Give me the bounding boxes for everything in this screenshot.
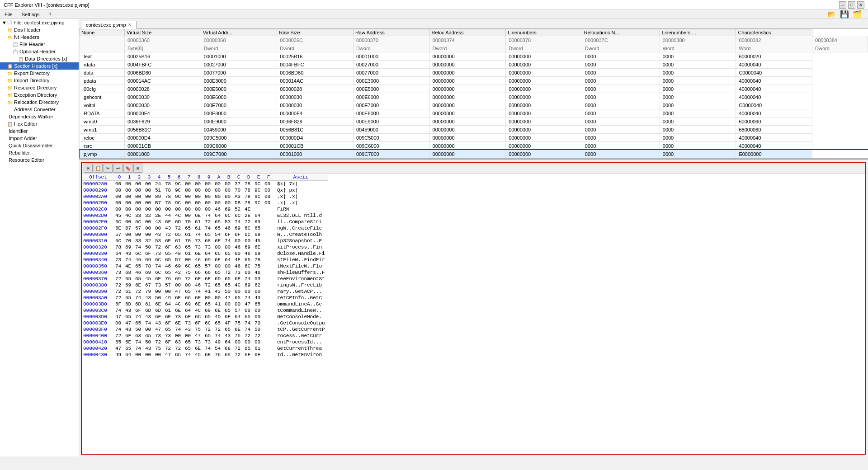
- hex-byte-cell[interactable]: 78: [244, 193, 254, 200]
- hex-byte-cell[interactable]: 45: [114, 212, 124, 219]
- hex-byte-cell[interactable]: 00: [184, 257, 194, 263]
- hex-row[interactable]: 000003E000476574436F6E736F6C654F757470 .…: [82, 320, 328, 326]
- hex-byte-cell[interactable]: 53: [254, 276, 264, 282]
- hex-byte-cell[interactable]: 00: [194, 193, 204, 200]
- hex-row[interactable]: 000003C074436F6D6D616E644C696E65570000 t…: [82, 307, 328, 314]
- hex-byte-cell[interactable]: 65: [124, 345, 134, 352]
- hex-byte-cell[interactable]: 63: [174, 339, 184, 345]
- hex-byte-cell[interactable]: [264, 276, 274, 282]
- hex-byte-cell[interactable]: 46: [134, 269, 144, 276]
- hex-byte-cell[interactable]: 43: [144, 345, 154, 352]
- hex-byte-cell[interactable]: 61: [194, 219, 204, 225]
- hex-byte-cell[interactable]: 72: [174, 345, 184, 352]
- hex-byte-cell[interactable]: 57: [204, 263, 214, 269]
- hex-byte-cell[interactable]: 57: [234, 307, 244, 314]
- hex-byte-cell[interactable]: 65: [124, 295, 134, 301]
- hex-byte-cell[interactable]: B7: [154, 200, 164, 206]
- hex-byte-cell[interactable]: 2E: [154, 212, 164, 219]
- hex-byte-cell[interactable]: 43: [214, 288, 224, 295]
- hex-byte-cell[interactable]: 45: [144, 276, 154, 282]
- hex-byte-cell[interactable]: 46: [254, 269, 264, 276]
- hex-byte-cell[interactable]: 4D: [214, 314, 224, 320]
- hex-byte-cell[interactable]: 00: [194, 187, 204, 193]
- hex-byte-cell[interactable]: 66: [204, 269, 214, 276]
- hex-byte-cell[interactable]: 6C: [114, 219, 124, 225]
- table-row[interactable]: .rsrc000001CB009C6000000001CB009C6000000…: [80, 142, 868, 150]
- hex-byte-cell[interactable]: 48: [174, 250, 184, 257]
- hex-byte-cell[interactable]: 6E: [154, 301, 164, 307]
- sidebar-item-13[interactable]: Dependency Walker: [0, 113, 79, 120]
- hex-byte-cell[interactable]: 57: [134, 225, 144, 231]
- hex-byte-cell[interactable]: 51: [154, 187, 164, 193]
- sidebar-item-18[interactable]: Rebuilder: [0, 149, 79, 156]
- hex-row[interactable]: 000003F07443500047657443757272656E7450 t…: [82, 326, 328, 333]
- hex-byte-cell[interactable]: 00: [214, 200, 224, 206]
- hex-byte-cell[interactable]: 00: [134, 187, 144, 193]
- hex-byte-cell[interactable]: 53: [224, 219, 234, 225]
- hex-byte-cell[interactable]: 62: [254, 282, 264, 288]
- hex-row[interactable]: 000002F06E6757000043726561746546696C65 n…: [82, 225, 328, 231]
- hex-byte-cell[interactable]: 72: [224, 269, 234, 276]
- hex-row[interactable]: 0000038072696E6773570000467265654C6962 r…: [82, 282, 328, 288]
- hex-byte-cell[interactable]: 74: [214, 333, 224, 339]
- sidebar-item-10[interactable]: 📁Exception Directory: [0, 91, 79, 99]
- hex-byte-cell[interactable]: 6C: [154, 269, 164, 276]
- hex-row[interactable]: 000002D0454C33322E444C006E74646C6C2E64 E…: [82, 212, 328, 219]
- hex-byte-cell[interactable]: 53: [154, 238, 164, 244]
- minimize-button[interactable]: ─: [839, 1, 846, 9]
- hex-byte-cell[interactable]: 65: [204, 333, 214, 339]
- hex-byte-cell[interactable]: 70: [184, 238, 194, 244]
- hex-byte-cell[interactable]: 00: [204, 187, 214, 193]
- hex-byte-cell[interactable]: 4E: [124, 263, 134, 269]
- hex-byte-cell[interactable]: 65: [214, 320, 224, 326]
- hex-byte-cell[interactable]: 66: [184, 295, 194, 301]
- close-button[interactable]: ✕: [857, 1, 864, 9]
- hex-byte-cell[interactable]: 00: [184, 181, 194, 187]
- hex-row[interactable]: 00000410656E7450726F636573734964000000 e…: [82, 339, 328, 345]
- hex-byte-cell[interactable]: 00: [154, 206, 164, 212]
- hex-byte-cell[interactable]: 6F: [194, 295, 204, 301]
- hex-byte-cell[interactable]: 9C: [254, 200, 264, 206]
- hex-byte-cell[interactable]: 64: [224, 257, 234, 263]
- hex-byte-cell[interactable]: 6E: [194, 212, 204, 219]
- sidebar-item-16[interactable]: Import Adder: [0, 135, 79, 142]
- hex-byte-cell[interactable]: 74: [194, 231, 204, 238]
- hex-byte-cell[interactable]: 78: [244, 200, 254, 206]
- hex-byte-cell[interactable]: 72: [114, 295, 124, 301]
- hex-byte-cell[interactable]: 6E: [254, 244, 264, 250]
- toolbar-explore-button[interactable]: 🗂️: [852, 9, 863, 20]
- hex-byte-cell[interactable]: 6E: [174, 307, 184, 314]
- hex-byte-cell[interactable]: 9C: [174, 187, 184, 193]
- hex-byte-cell[interactable]: 00: [124, 206, 134, 212]
- hex-byte-cell[interactable]: 67: [144, 282, 154, 288]
- hex-byte-cell[interactable]: 43: [154, 320, 164, 326]
- hex-byte-cell[interactable]: 00: [254, 307, 264, 314]
- hex-row[interactable]: 000002E06C006C00436F6D7061726553747269 l…: [82, 219, 328, 225]
- hex-byte-cell[interactable]: 00: [134, 206, 144, 212]
- hex-byte-cell[interactable]: [264, 307, 274, 314]
- hex-byte-cell[interactable]: 45: [194, 352, 204, 358]
- hex-byte-cell[interactable]: 6F: [164, 219, 174, 225]
- hex-byte-cell[interactable]: 6F: [124, 333, 134, 339]
- hex-byte-cell[interactable]: 78: [114, 244, 124, 250]
- hex-byte-cell[interactable]: 00: [144, 187, 154, 193]
- hex-byte-cell[interactable]: 78: [144, 263, 154, 269]
- hex-byte-cell[interactable]: 00: [214, 295, 224, 301]
- hex-byte-cell[interactable]: 76: [214, 352, 224, 358]
- hex-byte-cell[interactable]: 74: [134, 295, 144, 301]
- hex-byte-cell[interactable]: 00: [224, 244, 234, 250]
- hex-byte-cell[interactable]: 73: [164, 333, 174, 339]
- hex-byte-cell[interactable]: 00: [144, 206, 154, 212]
- hex-byte-cell[interactable]: 6C: [224, 212, 234, 219]
- hex-byte-cell[interactable]: 00: [174, 206, 184, 212]
- hex-row[interactable]: 0000030057000000437265617465546F6F6C68 W…: [82, 231, 328, 238]
- hex-byte-cell[interactable]: [264, 295, 274, 301]
- hex-byte-cell[interactable]: 72: [174, 225, 184, 231]
- hex-byte-cell[interactable]: 78: [244, 187, 254, 193]
- hex-byte-cell[interactable]: 4E: [244, 206, 254, 212]
- hex-byte-cell[interactable]: 75: [184, 269, 194, 276]
- hex-byte-cell[interactable]: 65: [254, 301, 264, 307]
- hex-byte-cell[interactable]: 6F: [164, 244, 174, 250]
- hex-byte-cell[interactable]: 74: [134, 314, 144, 320]
- hex-byte-cell[interactable]: 00: [144, 193, 154, 200]
